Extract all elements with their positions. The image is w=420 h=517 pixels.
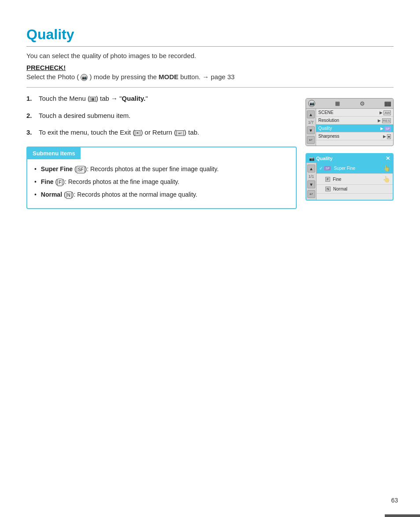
submenu-item-1: Super Fine (SF): Records photos at the s… (34, 165, 289, 174)
quality-nav-col: ▲ 1/1 ▼ ↩ (306, 163, 317, 200)
precheck-text: Select the Photo ( 📷 ) mode by pressing … (26, 73, 394, 88)
cam-page-indicator: 1/7 (307, 119, 315, 125)
fine-icon-panel: F (325, 177, 330, 182)
return-icon: ↩ (176, 130, 184, 136)
page-ref-arrow: → (203, 73, 209, 81)
quality-header-left: 📷 Quality (309, 156, 332, 161)
submenu-content: Super Fine (SF): Records photos at the s… (27, 159, 296, 208)
step-3-text: To exit the menu, touch the Exit (✕) or … (39, 128, 199, 138)
quality-items-list: ✓ SF Super Fine 👆 F Fine 👆 N Norma (317, 163, 393, 200)
cam-nav-col: ▲ 1/7 ▼ ↩ (306, 109, 316, 146)
page-content: Quality You can select the quality of ph… (0, 0, 420, 244)
page-number-bar (385, 514, 420, 517)
quality-item-superfine[interactable]: ✓ SF Super Fine 👆 (317, 163, 393, 174)
cam-menu-resolution[interactable]: Resolution ▶ RES (316, 117, 393, 125)
quality-down-btn[interactable]: ▼ (307, 180, 315, 188)
normal-icon: N (66, 191, 72, 199)
submenu-header: Submenu items (27, 147, 81, 159)
cam-down-btn[interactable]: ▼ (307, 126, 315, 134)
cam-menu-sharpness[interactable]: Sharpness ▶ ■ (316, 132, 393, 140)
precheck-label: PRECHECK! (26, 64, 394, 71)
quality-return-btn[interactable]: ↩ (307, 190, 315, 198)
step-2: 2. Touch a desired submenu item. (26, 111, 297, 121)
step-2-text: Touch a desired submenu item. (39, 111, 130, 121)
superfine-label: Super Fine (334, 166, 355, 171)
touch-cursor-2: 👆 (383, 176, 390, 183)
cam-up-btn[interactable]: ▲ (307, 110, 315, 118)
gear-icon: ⚙ (360, 100, 365, 107)
sf-icon: SF (77, 166, 85, 173)
normal-label: Normal (333, 187, 347, 191)
quality-item-normal[interactable]: N Normal (317, 185, 393, 194)
quality-panel-camera-icon: 📷 (309, 156, 314, 161)
quality-submenu-panel: 📷 Quality ✕ ▲ 1/1 ▼ ↩ (306, 153, 394, 201)
fine-icon: F (57, 179, 63, 186)
menu-icon: ▦ (90, 97, 96, 102)
exit-icon: ✕ (135, 130, 140, 136)
step-2-number: 2. (26, 111, 37, 121)
battery-icon: ▓▓ (384, 101, 391, 106)
step-1: 1. Touch the Menu (▦) tab → "Quality." (26, 94, 297, 104)
quality-close-button[interactable]: ✕ (386, 155, 390, 161)
quality-panel-header: 📷 Quality ✕ (306, 154, 393, 163)
cam-return-btn[interactable]: ↩ (307, 136, 315, 144)
quality-item-fine[interactable]: F Fine 👆 (317, 174, 393, 185)
step-1-text: Touch the Menu (▦) tab → "Quality." (39, 94, 148, 104)
cam-menu-items: SCENE ▶ AW Resolution ▶ RES Quality ▶ SF (316, 109, 393, 146)
quality-page-indicator: 1/1 (307, 173, 315, 180)
photo-mode-icon: 📷 (81, 74, 88, 81)
camera-menu-panel: 📷 ▦ ⚙ ▓▓ ▲ 1/7 ▼ ↩ (306, 98, 394, 146)
touch-cursor-1: 👆 (383, 165, 390, 172)
main-layout: 1. Touch the Menu (▦) tab → "Quality." 2… (26, 94, 394, 209)
camera-ui-header: 📷 ▦ ⚙ ▓▓ (306, 99, 393, 109)
steps-column: 1. Touch the Menu (▦) tab → "Quality." 2… (26, 94, 297, 209)
submenu-item-2: Fine (F): Records photos at the fine ima… (34, 177, 289, 187)
cam-menu-scene[interactable]: SCENE ▶ AW (316, 109, 393, 117)
page-title: Quality (26, 26, 394, 47)
quality-up-btn[interactable]: ▲ (307, 165, 315, 172)
fine-label: Fine (333, 177, 341, 182)
superfine-icon: SF (324, 166, 331, 171)
cam-menu-quality[interactable]: Quality ▶ SF (316, 125, 393, 132)
right-column: 📷 ▦ ⚙ ▓▓ ▲ 1/7 ▼ ↩ (306, 94, 394, 209)
quality-panel-title: Quality (316, 156, 332, 161)
normal-icon-panel: N (325, 187, 331, 191)
page-ref: page 33 (211, 73, 235, 81)
camera-lens-icon: 📷 (308, 100, 315, 107)
submenu-item-3: Normal (N): Records photos at the normal… (34, 190, 289, 199)
step-1-number: 1. (26, 94, 37, 104)
intro-text: You can select the quality of photo imag… (26, 52, 394, 59)
menu-tab-icon: ▦ (335, 100, 340, 106)
quality-panel-body: ▲ 1/1 ▼ ↩ ✓ SF Super Fine 👆 (306, 163, 393, 200)
step-3-number: 3. (26, 128, 37, 138)
step-3: 3. To exit the menu, touch the Exit (✕) … (26, 128, 297, 138)
submenu-section: Submenu items Super Fine (SF): Records p… (26, 147, 297, 209)
camera-menu-body: ▲ 1/7 ▼ ↩ SCENE ▶ AW Resolution ▶ R (306, 109, 393, 146)
check-icon: ✓ (319, 166, 323, 171)
page-number: 63 (391, 497, 398, 504)
